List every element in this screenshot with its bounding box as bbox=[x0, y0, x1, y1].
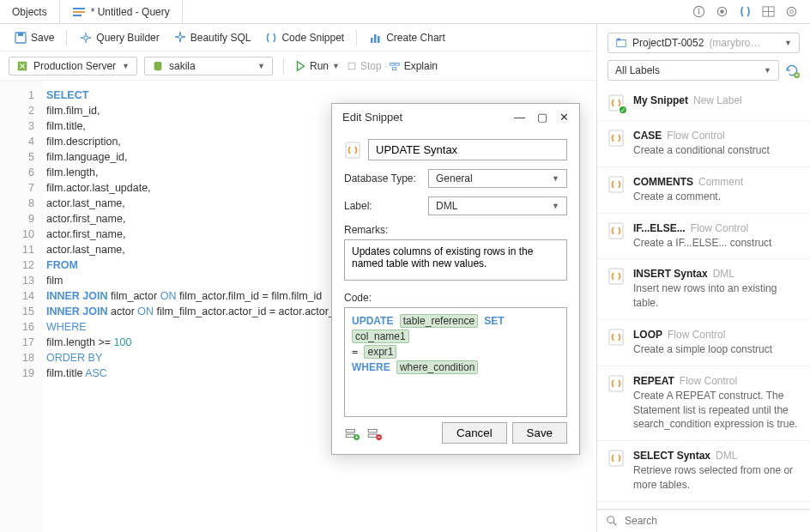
code-snippet-button[interactable]: Code Snippet bbox=[259, 29, 349, 46]
svg-rect-26 bbox=[617, 39, 620, 41]
project-icon bbox=[615, 37, 627, 49]
refresh-icon[interactable] bbox=[784, 63, 800, 78]
snippet-item[interactable]: INSERT SyntaxDML Insert new rows into an… bbox=[597, 259, 810, 320]
snippet-category: Flow Control bbox=[680, 375, 737, 387]
svg-rect-5 bbox=[698, 10, 699, 14]
close-icon[interactable]: ✕ bbox=[559, 111, 569, 124]
svg-rect-34 bbox=[609, 376, 623, 391]
svg-point-12 bbox=[790, 10, 794, 14]
gear-icon[interactable] bbox=[785, 5, 798, 18]
snippet-title: My Snippet bbox=[633, 94, 688, 106]
project-dropdown[interactable]: ProjectDT-0052 (marybro… ▼ bbox=[608, 33, 800, 53]
remarks-label: Remarks: bbox=[344, 224, 567, 236]
snippet-item[interactable]: LOOPFlow Control Create a simple loop co… bbox=[597, 320, 810, 366]
db-type-label: Database Type: bbox=[344, 172, 421, 184]
add-placeholder-icon[interactable] bbox=[344, 426, 360, 441]
svg-rect-14 bbox=[18, 33, 23, 36]
snippet-item[interactable]: REPEATFlow Control Create A REPEAT const… bbox=[597, 366, 810, 441]
svg-rect-35 bbox=[609, 450, 623, 466]
snippet-item[interactable]: CASEFlow Control Create a conditional co… bbox=[597, 121, 810, 167]
svg-rect-24 bbox=[392, 67, 396, 70]
svg-point-36 bbox=[608, 517, 614, 523]
minimize-icon[interactable]: — bbox=[514, 111, 525, 124]
code-editor[interactable]: UPDATE table_reference SET col_name1= ex… bbox=[344, 307, 567, 417]
svg-rect-25 bbox=[617, 40, 626, 47]
snippet-description: Create a simple loop construct bbox=[633, 342, 800, 357]
snippet-description: Retrieve rows selected from one or more … bbox=[633, 463, 800, 493]
eye-icon[interactable] bbox=[716, 5, 728, 18]
query-builder-button[interactable]: Query Builder bbox=[74, 29, 164, 46]
code-label: Code: bbox=[344, 292, 567, 304]
remove-placeholder-icon[interactable] bbox=[366, 426, 382, 441]
svg-rect-40 bbox=[346, 434, 354, 437]
search-input[interactable] bbox=[625, 515, 801, 527]
db-type-select[interactable]: General▼ bbox=[428, 169, 567, 188]
snippet-item[interactable]: ✓ My SnippetNew Label bbox=[597, 86, 810, 121]
database-icon bbox=[152, 60, 164, 72]
stop-button[interactable]: Stop bbox=[347, 60, 382, 72]
svg-rect-30 bbox=[609, 177, 623, 192]
svg-rect-23 bbox=[396, 63, 399, 65]
tab-query[interactable]: * Untitled - Query bbox=[60, 0, 183, 23]
snippet-list-icon bbox=[608, 375, 625, 392]
server-dropdown[interactable]: Production Server ▼ bbox=[9, 57, 137, 76]
snippet-list-icon bbox=[608, 222, 625, 239]
maximize-icon[interactable]: ▢ bbox=[537, 111, 547, 124]
save-button[interactable]: Save bbox=[9, 29, 59, 46]
search-box[interactable] bbox=[597, 509, 810, 532]
svg-rect-0 bbox=[73, 8, 85, 9]
explain-icon bbox=[389, 60, 401, 72]
svg-rect-29 bbox=[609, 130, 623, 146]
svg-rect-39 bbox=[346, 429, 354, 432]
svg-rect-22 bbox=[390, 63, 393, 65]
explain-button[interactable]: Explain bbox=[389, 60, 438, 72]
snippet-category: DML bbox=[716, 450, 737, 462]
svg-point-7 bbox=[720, 9, 724, 14]
snippet-category: Flow Control bbox=[667, 130, 724, 142]
svg-rect-43 bbox=[368, 434, 377, 437]
run-button[interactable]: Run ▼ bbox=[294, 60, 340, 72]
save-dialog-button[interactable]: Save bbox=[512, 422, 567, 444]
snippet-description: Create A REPEAT construct. The Statement… bbox=[633, 389, 800, 432]
sparkle-icon bbox=[173, 31, 187, 45]
grid-icon[interactable] bbox=[762, 5, 775, 18]
info-icon[interactable] bbox=[692, 5, 705, 18]
snippet-item[interactable]: IF...ELSE...Flow Control Create a IF...E… bbox=[597, 214, 810, 260]
database-dropdown[interactable]: sakila ▼ bbox=[144, 57, 273, 76]
label-select[interactable]: DML▼ bbox=[428, 196, 567, 215]
snippet-category: Flow Control bbox=[668, 329, 725, 341]
create-chart-button[interactable]: Create Chart bbox=[364, 29, 450, 46]
svg-rect-33 bbox=[609, 329, 623, 345]
snippet-title: LOOP bbox=[633, 329, 662, 341]
snippet-list-icon: ✓ bbox=[608, 94, 625, 112]
snippet-list-icon bbox=[608, 329, 625, 346]
svg-rect-21 bbox=[348, 63, 355, 70]
snippet-category: Flow Control bbox=[691, 222, 748, 234]
snippet-list-icon bbox=[608, 130, 625, 147]
snippet-description: Create a IF...ELSE... construct bbox=[633, 236, 800, 251]
labels-dropdown[interactable]: All Labels▼ bbox=[608, 60, 779, 81]
snippet-title: COMMENTS bbox=[633, 176, 693, 188]
play-icon bbox=[294, 60, 306, 72]
snippet-title: REPEAT bbox=[633, 375, 674, 387]
label-label: Label: bbox=[344, 200, 421, 212]
edit-snippet-dialog: Edit Snippet — ▢ ✕ Database Type: Genera… bbox=[331, 103, 580, 455]
snippet-list-icon bbox=[608, 176, 625, 193]
snippet-category: DML bbox=[713, 268, 734, 280]
snippet-list-icon bbox=[608, 450, 625, 467]
svg-rect-2 bbox=[73, 15, 82, 16]
tab-objects[interactable]: Objects bbox=[0, 0, 60, 23]
parentheses-icon[interactable] bbox=[739, 5, 752, 18]
snippet-item[interactable]: COMMENTSComment Create a comment. bbox=[597, 167, 810, 214]
snippet-item[interactable]: SELECT SyntaxDML Retrieve rows selected … bbox=[597, 441, 810, 502]
svg-point-11 bbox=[787, 7, 795, 15]
snippet-name-input[interactable] bbox=[368, 139, 567, 160]
snippet-category: Comment bbox=[698, 176, 743, 188]
snippet-description: Insert new rows into an existing table. bbox=[633, 281, 800, 311]
beautify-sql-button[interactable]: Beautify SQL bbox=[168, 29, 257, 46]
cancel-button[interactable]: Cancel bbox=[442, 422, 507, 444]
server-icon bbox=[16, 60, 28, 72]
svg-rect-32 bbox=[609, 269, 623, 284]
wand-icon bbox=[79, 31, 93, 45]
remarks-textarea[interactable]: Updates columns of existing rows in the … bbox=[344, 239, 567, 281]
